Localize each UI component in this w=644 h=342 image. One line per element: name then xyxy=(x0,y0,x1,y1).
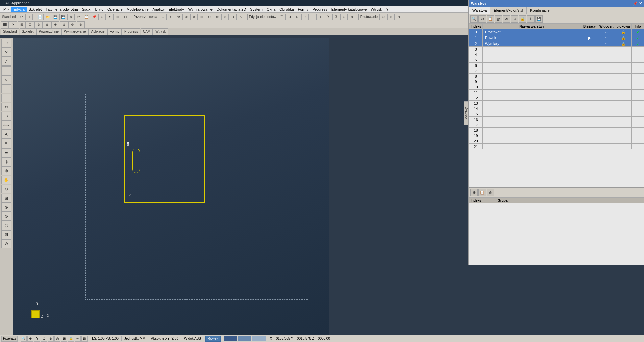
layer-row-12[interactable]: 12 xyxy=(469,95,644,101)
layer-row-2[interactable]: 2Wymiary↔🔒✓ xyxy=(469,41,644,47)
tb-e9[interactable]: ⊕ xyxy=(340,14,348,20)
tab-kombinacje[interactable]: Kombinacje xyxy=(527,7,553,14)
layer-row-17[interactable]: 17 xyxy=(469,122,644,128)
layer-row-19[interactable]: 19 xyxy=(469,133,644,138)
tb-open[interactable]: 📂 xyxy=(44,14,51,20)
menu-analizy[interactable]: Analizy xyxy=(151,7,167,12)
vertical-tab-label[interactable]: Warstwy xyxy=(464,107,468,119)
layer-row-14[interactable]: 14 xyxy=(469,106,644,111)
tb-p3[interactable]: ⟲ xyxy=(175,14,182,20)
layer-row-0[interactable]: 0Prostokąt↔🔒✓ xyxy=(469,29,644,35)
tb-r1[interactable]: ⊙ xyxy=(379,14,387,20)
tool-x[interactable]: ✕ xyxy=(1,48,11,57)
panel-search-btn[interactable]: 🔍 xyxy=(470,15,478,23)
module-wtrysk[interactable]: Wtrysk xyxy=(153,28,168,35)
menu-okna[interactable]: Okna xyxy=(265,7,277,12)
tb-btn9[interactable]: ✦ xyxy=(106,14,114,20)
layer-row-18[interactable]: 18 xyxy=(469,128,644,133)
subpanel-btn2[interactable]: 📋 xyxy=(478,189,486,196)
status-icon-10[interactable]: ⊡ xyxy=(81,336,88,342)
tb-s1[interactable]: ⬛ xyxy=(1,21,9,28)
tb-r2[interactable]: ⊛ xyxy=(387,14,395,20)
tool-curve[interactable]: ⌒ xyxy=(1,66,11,75)
status-icon-8[interactable]: 🔒 xyxy=(68,336,74,342)
tb-s3[interactable]: ⊞ xyxy=(18,21,26,28)
tab-warstwa[interactable]: Warstwa xyxy=(469,7,490,14)
tb-e7[interactable]: ⊻ xyxy=(325,14,332,20)
tool-hatch[interactable]: ≡ xyxy=(1,139,11,148)
tool-pan[interactable]: ✋ xyxy=(1,176,11,184)
layer-row-21[interactable]: 21 xyxy=(469,144,644,149)
menu-szkielet[interactable]: Szkielet xyxy=(27,7,44,12)
layer-row-6[interactable]: 6 xyxy=(469,63,644,68)
tool-import[interactable]: ⊝ xyxy=(1,239,11,248)
layer-row-15[interactable]: 15 xyxy=(469,111,644,117)
menu-elementy[interactable]: Elementy katalogowe xyxy=(329,7,369,12)
status-icon-7[interactable]: ⊞ xyxy=(61,336,67,342)
tool-measure[interactable]: ⊸ xyxy=(1,112,11,121)
layer-row-4[interactable]: 4 xyxy=(469,52,644,57)
tool-dim[interactable]: ⟺ xyxy=(1,121,11,130)
tb-print[interactable]: 🖨 xyxy=(67,14,75,20)
canvas-area[interactable]: 8 Z → Y Z X xyxy=(13,38,329,335)
layer-row-8[interactable]: 8 xyxy=(469,74,644,79)
tb-p11[interactable]: ↖ xyxy=(237,14,244,20)
status-icon-3[interactable]: ? xyxy=(34,336,40,342)
tb-s8[interactable]: ⊛ xyxy=(60,21,68,28)
tb-e5[interactable]: ⊹ xyxy=(309,14,317,20)
tb-e3[interactable]: ⊾ xyxy=(294,14,301,20)
status-icon-6[interactable]: ◎ xyxy=(54,336,60,342)
menu-wymiarowanie[interactable]: Wymiarowanie xyxy=(186,7,215,12)
tb-r3[interactable]: ⊜ xyxy=(395,14,402,20)
tool-rect[interactable]: □ xyxy=(1,84,11,93)
subpanel-btn3[interactable]: 🗑 xyxy=(487,189,494,196)
panel-new-layer-btn[interactable]: ⊕ xyxy=(478,15,486,23)
tb-p8[interactable]: ⊛ xyxy=(214,14,221,20)
tb-save[interactable]: 💾 xyxy=(52,14,59,20)
layer-row-16[interactable]: 16 xyxy=(469,117,644,122)
menu-help[interactable]: ? xyxy=(384,7,390,12)
tool-grid[interactable]: ⊞ xyxy=(1,194,11,203)
tb-new[interactable]: 📄 xyxy=(36,14,44,20)
menu-system[interactable]: System xyxy=(248,7,265,12)
tb-btn7[interactable]: 📌 xyxy=(91,14,98,20)
tb-s2[interactable]: ✕ xyxy=(9,21,17,28)
tab-element-kolor[interactable]: Element/kolor/styl xyxy=(490,7,527,14)
layer-row-20[interactable]: 20 xyxy=(469,138,644,144)
tool-image[interactable]: 🖼 xyxy=(1,230,11,239)
tool-line[interactable]: ╱ xyxy=(1,57,11,66)
panel-export-btn[interactable]: 💾 xyxy=(535,15,543,23)
layer-row-13[interactable]: 13 xyxy=(469,101,644,106)
tool-view[interactable]: ◎ xyxy=(1,157,11,166)
tb-p10[interactable]: ⊝ xyxy=(229,14,237,20)
layers-scroll[interactable]: Indeks Nazwa warstwy Bieżący Widoczn. bl… xyxy=(469,24,644,149)
module-powierzchnie[interactable]: Powierzchnie xyxy=(36,28,61,35)
tb-p5[interactable]: ⊗ xyxy=(190,14,198,20)
tb-s10[interactable]: ⊝ xyxy=(77,21,85,28)
tb-btn5[interactable]: ✂ xyxy=(75,14,82,20)
menu-edycja[interactable]: Edycja xyxy=(11,7,27,12)
layer-row-1[interactable]: 1Rowek▶↔🔒✓ xyxy=(469,35,644,41)
tb-e8[interactable]: ⊼ xyxy=(332,14,340,20)
status-icon-1[interactable]: 🔍 xyxy=(21,336,27,342)
tool-3d[interactable]: ⬡ xyxy=(1,221,11,230)
tb-e1[interactable]: ⌒ xyxy=(278,14,286,20)
module-szkielet[interactable]: Szkielet xyxy=(20,28,36,35)
module-standard[interactable]: Standard xyxy=(1,28,19,35)
tool-zoom[interactable]: ⊕ xyxy=(1,166,11,175)
module-wymiarowanie[interactable]: Wymiarowanie xyxy=(61,28,88,35)
tb-s4[interactable]: ⊡ xyxy=(26,21,34,28)
tool-ref[interactable]: ⊛ xyxy=(1,203,11,212)
menu-formy[interactable]: Formy xyxy=(296,7,311,12)
tool-select[interactable]: ⬚ xyxy=(1,39,11,48)
layer-row-3[interactable]: 3 xyxy=(469,47,644,52)
status-icon-2[interactable]: ⊕ xyxy=(27,336,33,342)
tb-s5[interactable]: ⊙ xyxy=(34,21,43,28)
tool-extra[interactable]: ⊜ xyxy=(1,212,11,221)
module-formy[interactable]: Formy xyxy=(107,28,122,35)
menu-siatki[interactable]: Siatki xyxy=(80,7,93,12)
tb-s7[interactable]: ⊗ xyxy=(51,21,59,28)
panel-close-btn[interactable]: ✕ xyxy=(639,1,642,6)
tb-undo[interactable]: ↩ xyxy=(18,14,25,20)
menu-bryly[interactable]: Bryły xyxy=(93,7,105,12)
